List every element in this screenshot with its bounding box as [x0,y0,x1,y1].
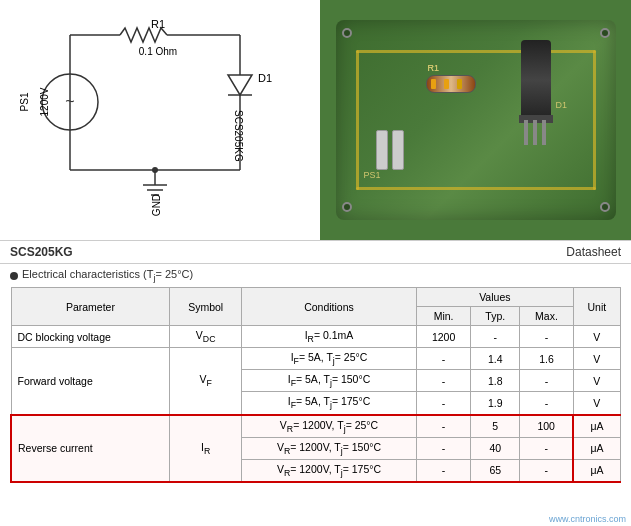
param-cell-reverse: Reverse current [11,415,170,482]
col-max: Max. [520,307,573,326]
char-title: Electrical characteristics (Tj= 25°C) [10,268,621,283]
typ-cell: 1.8 [471,370,520,392]
top-section: R1 0.1 Ohm D1 SCS205KG [0,0,631,240]
circuit-diagram: R1 0.1 Ohm D1 SCS205KG [0,0,320,240]
typ-cell: 1.9 [471,392,520,415]
part-number: SCS205KG [10,245,566,259]
col-min: Min. [416,307,470,326]
unit-cell: V [573,370,620,392]
symbol-cell-reverse: IR [170,415,242,482]
pcb-board: R1 R1 D1 PS1 [336,20,616,220]
max-cell: - [520,459,573,482]
typ-cell: 65 [471,459,520,482]
unit-cell: V [573,326,620,348]
pcb-board-image: R1 R1 D1 PS1 [320,0,631,240]
unit-cell: μA [573,415,620,438]
r1-value: 0.1 Ohm [139,46,177,57]
ps1-voltage: 1200V [39,87,50,116]
conditions-cell: IR= 0.1mA [242,326,417,348]
min-cell: - [416,348,470,370]
diode-part: SCS205KG [233,110,244,162]
char-title-text: Electrical characteristics (Tj= 25°C) [22,268,193,283]
unit-cell: V [573,348,620,370]
ps1-label: PS1 [19,92,30,111]
typ-cell: - [471,326,520,348]
char-section: Electrical characteristics (Tj= 25°C) Pa… [0,264,631,485]
unit-cell: μA [573,459,620,482]
col-unit: Unit [573,288,620,326]
col-conditions: Conditions [242,288,417,326]
param-cell: DC blocking voltage [11,326,170,348]
min-cell: - [416,415,470,438]
table-row: Forward voltage VF IF= 5A, Tj= 25°C - 1.… [11,348,621,370]
conditions-cell: IF= 5A, Tj= 25°C [242,348,417,370]
col-symbol: Symbol [170,288,242,326]
typ-cell: 5 [471,415,520,438]
min-cell: - [416,459,470,482]
min-cell: - [416,392,470,415]
col-values: Values [416,288,573,307]
symbol-cell: VF [170,348,242,415]
max-cell: - [520,370,573,392]
unit-cell: μA [573,437,620,459]
d1-label: D1 [258,72,272,84]
table-row: Reverse current IR VR= 1200V, Tj= 25°C -… [11,415,621,438]
gnd-label: GND [151,194,162,216]
max-cell: - [520,437,573,459]
svg-text:~: ~ [65,93,74,110]
param-cell: Forward voltage [11,348,170,415]
unit-cell: V [573,392,620,415]
col-parameter: Parameter [11,288,170,326]
min-cell: - [416,437,470,459]
electrical-table: Parameter Symbol Conditions Values Unit … [10,287,621,483]
conditions-cell: IF= 5A, Tj= 150°C [242,370,417,392]
svg-marker-3 [228,75,252,95]
conditions-cell: VR= 1200V, Tj= 25°C [242,415,417,438]
col-typ: Typ. [471,307,520,326]
typ-cell: 1.4 [471,348,520,370]
table-row: DC blocking voltage VDC IR= 0.1mA 1200 -… [11,326,621,348]
conditions-cell: VR= 1200V, Tj= 150°C [242,437,417,459]
min-cell: - [416,370,470,392]
max-cell: - [520,326,573,348]
r1-label: R1 [151,18,165,30]
header-row: SCS205KG Datasheet [0,240,631,264]
typ-cell: 40 [471,437,520,459]
doc-type: Datasheet [566,245,621,259]
max-cell: - [520,392,573,415]
conditions-cell: IF= 5A, Tj= 175°C [242,392,417,415]
max-cell: 1.6 [520,348,573,370]
svg-point-14 [152,167,158,173]
symbol-cell: VDC [170,326,242,348]
watermark: www.cntronics.com [549,514,626,524]
bullet-icon [10,272,18,280]
max-cell: 100 [520,415,573,438]
conditions-cell: VR= 1200V, Tj= 175°C [242,459,417,482]
min-cell: 1200 [416,326,470,348]
circuit-svg: R1 0.1 Ohm D1 SCS205KG [10,10,310,230]
